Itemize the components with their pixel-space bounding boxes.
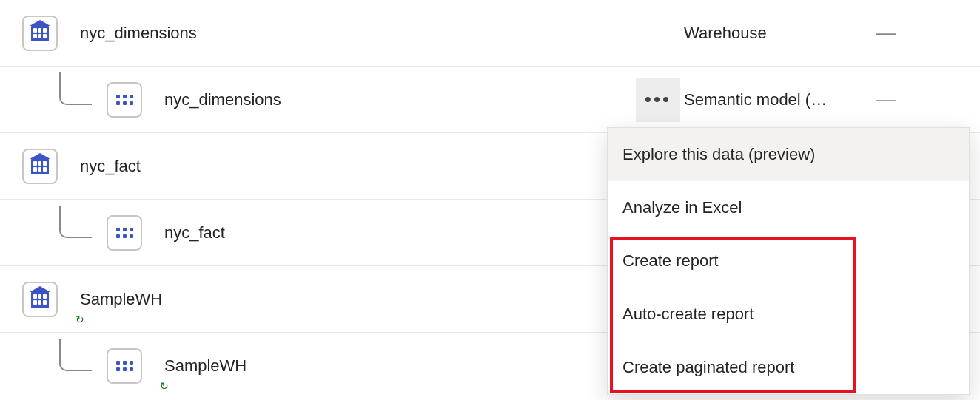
item-name: nyc_dimensions — [164, 90, 281, 109]
menu-item-label: Explore this data (preview) — [622, 145, 815, 164]
warehouse-icon — [22, 149, 58, 184]
menu-item-create-report[interactable]: Create report — [608, 234, 969, 288]
tree-connector — [59, 206, 92, 238]
refresh-badge-icon: ↻ — [75, 313, 86, 324]
menu-item-explore-data[interactable]: Explore this data (preview) — [608, 128, 969, 181]
more-options-button[interactable]: ••• — [636, 78, 680, 122]
item-name: SampleWH — [164, 356, 246, 375]
sensitivity-placeholder: — — [876, 88, 980, 111]
item-type: Warehouse — [684, 24, 876, 43]
menu-item-label: Auto-create report — [622, 305, 754, 324]
tree-connector — [59, 72, 92, 105]
refresh-badge-icon: ↻ — [160, 380, 170, 390]
menu-item-label: Create paginated report — [622, 358, 794, 377]
item-row-warehouse[interactable]: nyc_dimensions Warehouse — — [0, 0, 980, 67]
menu-item-label: Analyze in Excel — [622, 198, 742, 217]
semantic-model-icon — [107, 82, 142, 118]
item-row-semantic-model[interactable]: nyc_dimensions ••• Semantic model (… — — [0, 67, 980, 133]
warehouse-icon — [22, 282, 58, 317]
semantic-model-icon — [107, 215, 142, 251]
menu-item-analyze-excel[interactable]: Analyze in Excel — [608, 181, 969, 234]
menu-item-auto-create-report[interactable]: Auto-create report — [608, 288, 969, 341]
menu-item-label: Create report — [622, 251, 719, 271]
item-name: SampleWH — [80, 290, 162, 308]
item-name: nyc_fact — [164, 223, 225, 243]
warehouse-icon — [22, 16, 58, 51]
item-type: Semantic model (… — [684, 90, 876, 109]
item-name: nyc_fact — [80, 157, 141, 176]
context-menu: Explore this data (preview) Analyze in E… — [607, 127, 970, 395]
ellipsis-icon: ••• — [645, 88, 671, 111]
sensitivity-placeholder: — — [876, 21, 980, 44]
menu-item-create-paginated-report[interactable]: Create paginated report — [608, 341, 969, 394]
item-name: nyc_dimensions — [80, 24, 197, 43]
semantic-model-icon — [107, 348, 142, 384]
tree-connector — [59, 339, 92, 371]
